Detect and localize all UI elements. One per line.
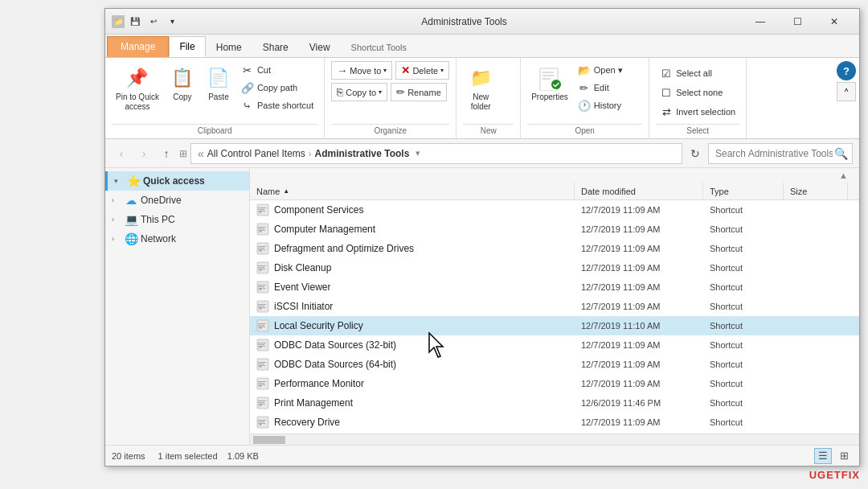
refresh-button[interactable]: ↻: [686, 143, 705, 164]
sidebar: ▾ ⭐ Quick access › ☁ OneDrive › 💻 This P…: [105, 168, 250, 445]
copy-button[interactable]: 📋 Copy: [165, 61, 200, 105]
col-date-label: Date modified: [581, 187, 636, 196]
select-none-button[interactable]: ☐ Select none: [656, 84, 739, 101]
new-group-label: New: [463, 124, 514, 138]
table-row[interactable]: Recovery Drive12/7/2019 11:09 AMShortcut: [250, 413, 859, 432]
move-to-button[interactable]: → Move to ▾: [331, 61, 392, 80]
collapse-ribbon-button[interactable]: ^: [837, 82, 856, 101]
qat-more[interactable]: ▾: [164, 14, 180, 30]
table-row[interactable]: iSCSI Initiator12/7/2019 11:09 AMShortcu…: [250, 297, 859, 316]
close-button[interactable]: ✕: [816, 9, 853, 35]
maximize-button[interactable]: ☐: [779, 9, 816, 35]
tab-view[interactable]: View: [299, 36, 341, 57]
search-input[interactable]: [708, 143, 853, 164]
sidebar-item-onedrive[interactable]: › ☁ OneDrive: [105, 191, 249, 210]
file-name-cell: Computer Management: [250, 220, 575, 239]
table-row[interactable]: Defragment and Optimize Drives12/7/2019 …: [250, 239, 859, 258]
copy-to-label: Copy to: [346, 88, 376, 97]
svg-rect-14: [258, 246, 266, 247]
qat-save[interactable]: 💾: [127, 14, 143, 30]
help-button[interactable]: ?: [837, 61, 856, 80]
col-header-type[interactable]: Type: [703, 183, 784, 199]
window-title: Administrative Tools: [186, 16, 742, 27]
col-header-name[interactable]: Name ▲: [250, 183, 575, 199]
tab-manage[interactable]: Manage: [107, 36, 169, 57]
copy-to-button[interactable]: ⎘ Copy to ▾: [331, 83, 387, 101]
address-bar[interactable]: « All Control Panel Items › Administrati…: [190, 143, 682, 164]
file-date-cell: 12/7/2019 11:09 AM: [575, 335, 703, 355]
col-header-size[interactable]: Size: [784, 183, 848, 199]
tab-file[interactable]: File: [169, 36, 205, 57]
this-pc-expand-arrow: ›: [112, 216, 121, 224]
quick-access-expand-arrow: ▾: [114, 177, 124, 185]
invert-selection-button[interactable]: ⇄ Invert selection: [656, 103, 739, 121]
rename-button[interactable]: ✏ Rename: [391, 83, 447, 101]
new-folder-icon: 📁: [468, 65, 493, 91]
large-icons-view-button[interactable]: ⊞: [835, 448, 853, 464]
status-bar-right: ☰ ⊞: [814, 448, 853, 464]
forward-button[interactable]: ›: [134, 144, 154, 163]
open-button[interactable]: 📂 Open ▾: [574, 61, 627, 79]
sidebar-item-this-pc[interactable]: › 💻 This PC: [105, 210, 249, 229]
history-button[interactable]: 🕐 History: [574, 97, 627, 114]
table-row[interactable]: ODBC Data Sources (32-bit)12/7/2019 11:0…: [250, 335, 859, 355]
qat-undo[interactable]: ↩: [145, 14, 162, 30]
file-icon: [256, 319, 269, 332]
minimize-button[interactable]: —: [742, 9, 779, 35]
table-row[interactable]: Local Security Policy12/7/2019 11:10 AMS…: [250, 316, 859, 335]
col-type-label: Type: [710, 187, 729, 196]
file-list-scroll[interactable]: Component Services12/7/2019 11:09 AMShor…: [250, 200, 859, 434]
properties-button[interactable]: Properties: [527, 61, 572, 105]
svg-rect-35: [258, 344, 264, 345]
tab-shortcut-tools[interactable]: Shortcut Tools: [341, 36, 418, 57]
svg-rect-40: [258, 365, 265, 366]
open-icon: 📂: [578, 64, 591, 76]
select-all-button[interactable]: ☑ Select all: [656, 64, 739, 82]
pin-to-quick-access-button[interactable]: 📌 Pin to Quickaccess: [112, 61, 163, 116]
select-all-icon: ☑: [660, 67, 673, 80]
col-header-date[interactable]: Date modified: [575, 183, 703, 199]
address-breadcrumb-part2[interactable]: Administrative Tools: [315, 148, 410, 159]
sidebar-item-quick-access[interactable]: ▾ ⭐ Quick access: [105, 171, 249, 191]
table-row[interactable]: Computer Management12/7/2019 11:09 AMSho…: [250, 220, 859, 239]
table-row[interactable]: Performance Monitor12/7/2019 11:09 AMSho…: [250, 374, 859, 393]
delete-label: Delete: [412, 66, 438, 76]
tab-home[interactable]: Home: [206, 36, 252, 57]
delete-button[interactable]: ✕ Delete ▾: [395, 61, 449, 80]
svg-rect-8: [258, 211, 265, 212]
move-to-label: Move to: [350, 66, 381, 76]
edit-button[interactable]: ✏ Edit: [574, 79, 627, 97]
address-dropdown-arrow[interactable]: ▾: [416, 148, 420, 158]
file-size-cell: [784, 316, 848, 335]
clipboard-group-content: 📌 Pin to Quickaccess 📋 Copy 📄 Paste ✂: [112, 61, 317, 124]
move-to-arrow: ▾: [383, 67, 387, 74]
file-icon: [256, 203, 269, 216]
table-row[interactable]: Print Management12/6/2019 11:46 PMShortc…: [250, 393, 859, 413]
details-view-button[interactable]: ☰: [814, 448, 832, 464]
svg-rect-2: [542, 75, 554, 76]
move-to-icon: →: [337, 64, 347, 76]
select-group-label: Select: [656, 124, 739, 138]
svg-rect-46: [258, 401, 266, 401]
copy-path-button[interactable]: 🔗 Copy path: [237, 79, 317, 97]
paste-button[interactable]: 📄 Paste: [202, 61, 235, 105]
sort-indicator-bar: ▲: [250, 168, 859, 183]
sidebar-item-network[interactable]: › 🌐 Network: [105, 229, 249, 249]
table-row[interactable]: ODBC Data Sources (64-bit)12/7/2019 11:0…: [250, 355, 859, 374]
horizontal-scrollbar[interactable]: [250, 434, 859, 445]
window-controls: — ☐ ✕: [742, 9, 853, 35]
table-row[interactable]: Event Viewer12/7/2019 11:09 AMShortcut: [250, 277, 859, 297]
svg-rect-47: [258, 402, 264, 403]
paste-shortcut-icon: ⤷: [241, 99, 254, 112]
paste-shortcut-button[interactable]: ⤷ Paste shortcut: [237, 97, 317, 114]
address-breadcrumb-part1[interactable]: All Control Panel Items: [207, 148, 305, 159]
file-size-cell: [784, 200, 848, 220]
table-row[interactable]: Disk Cleanup12/7/2019 11:09 AMShortcut: [250, 258, 859, 277]
back-button[interactable]: ‹: [112, 144, 131, 163]
network-icon: 🌐: [125, 232, 137, 245]
cut-button[interactable]: ✂ Cut: [237, 61, 317, 79]
tab-share[interactable]: Share: [252, 36, 299, 57]
new-folder-button[interactable]: 📁 Newfolder: [463, 61, 498, 116]
table-row[interactable]: Component Services12/7/2019 11:09 AMShor…: [250, 200, 859, 220]
up-button[interactable]: ↑: [157, 144, 176, 163]
